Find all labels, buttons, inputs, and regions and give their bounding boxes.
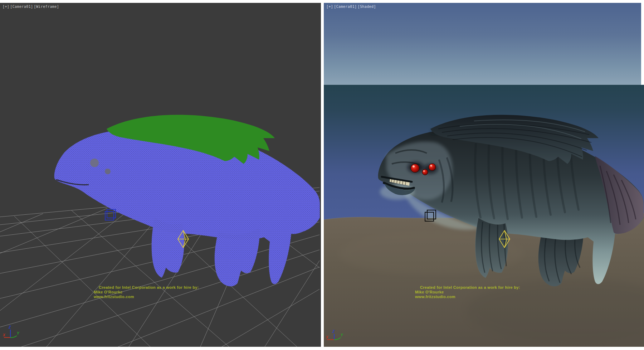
z-axis-label: Z: [8, 325, 11, 329]
eye-highlight-2: [423, 170, 425, 172]
credit-line-2: Mike O'Rourke: [94, 290, 199, 295]
frame-bottom: [0, 347, 644, 350]
eye-highlight-3: [430, 165, 432, 167]
viewport-camera-label[interactable]: [Camera01]: [10, 5, 33, 9]
viewport-splitter[interactable]: [321, 3, 324, 347]
credit-text-left: Created for Intel Corporation as a work …: [94, 285, 199, 299]
viewport-layout: [+][Camera01][Wireframe] Created for Int…: [0, 0, 644, 350]
fish-tail-fin-stipple: [215, 228, 260, 286]
world-axis-gizmo: X Y Z: [326, 325, 346, 346]
fish-eye-spot-small: [105, 169, 111, 174]
fish-eye-mid: [422, 169, 428, 175]
fish-front-fin-stipple: [152, 218, 184, 278]
world-axis-gizmo: X Y Z: [3, 324, 23, 345]
y-axis-label: Y: [341, 333, 343, 337]
viewport-shading-label[interactable]: [Shaded]: [357, 5, 376, 9]
y-axis-label: Y: [17, 331, 20, 335]
viewport-camera-label[interactable]: [Camera01]: [334, 5, 357, 9]
credit-text-right: Created for Intel Corporation as a work …: [415, 285, 520, 299]
viewport-label-left[interactable]: [+][Camera01][Wireframe]: [3, 5, 60, 9]
eye-highlight-1: [413, 165, 415, 167]
fish-eye-small: [429, 164, 436, 171]
viewport-menu-button[interactable]: [+]: [326, 5, 333, 9]
credit-line-2: Mike O'Rourke: [415, 290, 520, 295]
fish-eye-spot-large: [90, 159, 99, 167]
viewport-menu-button[interactable]: [+]: [3, 5, 9, 9]
box-helper-wireframe[interactable]: [105, 209, 116, 220]
fish-body-mesh-stipple: [54, 128, 320, 284]
frame-top: [0, 0, 644, 3]
y-axis-line: [10, 336, 17, 337]
credit-line-3: www.fritzstudio.com: [415, 295, 520, 299]
credit-line-1: Created for Intel Corporation as a work …: [94, 285, 199, 290]
x-axis-label: X: [3, 333, 6, 337]
credit-line-3: www.fritzstudio.com: [94, 295, 199, 299]
x-axis-label: X: [326, 335, 329, 339]
y-axis-line: [334, 337, 341, 340]
fish-model-wireframe[interactable]: [54, 115, 320, 286]
viewport-shaded[interactable]: [+][Camera01][Shaded] Created for Intel …: [324, 3, 644, 347]
z-axis-label: Z: [332, 330, 335, 334]
fish-eye-large: [411, 164, 419, 172]
credit-line-1: Created for Intel Corporation as a work …: [415, 285, 520, 290]
viewport-wireframe[interactable]: [+][Camera01][Wireframe] Created for Int…: [0, 3, 321, 347]
viewport-label-right[interactable]: [+][Camera01][Shaded]: [326, 5, 377, 9]
viewport-shading-label[interactable]: [Wireframe]: [34, 5, 59, 9]
